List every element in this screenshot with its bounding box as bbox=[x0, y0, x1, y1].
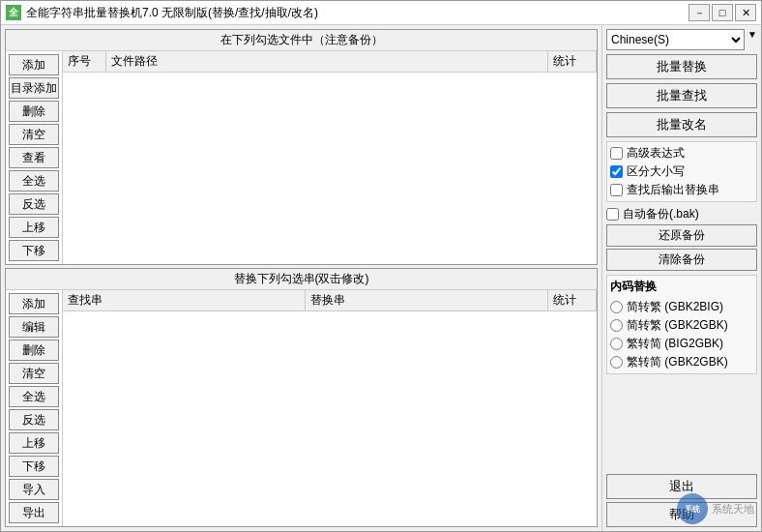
col-replace: 替换串 bbox=[306, 290, 548, 310]
backup-group: 自动备份(.bak) 还原备份 清除备份 bbox=[606, 206, 757, 271]
replace-import-button[interactable]: 导入 bbox=[9, 479, 59, 500]
advanced-regex-checkbox[interactable] bbox=[610, 147, 623, 160]
dropdown-icon: ▼ bbox=[747, 29, 757, 50]
file-section-label: 在下列勾选文件中（注意备份） bbox=[6, 30, 597, 51]
replace-export-button[interactable]: 导出 bbox=[9, 502, 59, 523]
replace-delete-button[interactable]: 删除 bbox=[9, 340, 59, 361]
options-group: 高级表达式 区分大小写 查找后输出替换串 bbox=[606, 141, 757, 202]
file-invert-button[interactable]: 反选 bbox=[9, 193, 59, 215]
batch-find-button[interactable]: 批量查找 bbox=[606, 83, 757, 108]
encode-s2t-big-radio[interactable] bbox=[610, 301, 623, 313]
replace-clear-button[interactable]: 清空 bbox=[9, 363, 59, 384]
col-find: 查找串 bbox=[63, 290, 306, 310]
advanced-regex-label: 高级表达式 bbox=[627, 145, 685, 162]
replace-move-up-button[interactable]: 上移 bbox=[9, 432, 59, 454]
replace-select-all-button[interactable]: 全选 bbox=[9, 386, 59, 407]
encode-s2t-gbk-label: 简转繁 (GBK2GBK) bbox=[627, 317, 728, 334]
col-stat: 统计 bbox=[548, 51, 597, 72]
encode-t2s-gbk-radio[interactable] bbox=[610, 356, 623, 369]
file-table: 序号 文件路径 统计 bbox=[62, 51, 597, 264]
batch-rename-button[interactable]: 批量改名 bbox=[606, 112, 757, 137]
encode-s2t-gbk-radio[interactable] bbox=[610, 319, 623, 332]
file-clear-button[interactable]: 清空 bbox=[9, 124, 59, 145]
encode-t2s-big-radio[interactable] bbox=[610, 338, 623, 350]
encode-s2t-big-label: 简转繁 (GBK2BIG) bbox=[627, 299, 723, 315]
replace-side-buttons: 添加 编辑 删除 清空 全选 反选 上移 下移 导入 导出 bbox=[6, 290, 62, 526]
close-button[interactable]: ✕ bbox=[735, 4, 756, 21]
replace-edit-button[interactable]: 编辑 bbox=[9, 316, 59, 338]
col-no: 序号 bbox=[63, 51, 106, 72]
restore-backup-button[interactable]: 还原备份 bbox=[606, 224, 757, 247]
file-delete-button[interactable]: 删除 bbox=[9, 101, 59, 122]
encode-t2s-gbk-label: 繁转简 (GBK2GBK) bbox=[627, 354, 728, 370]
file-select-all-button[interactable]: 全选 bbox=[9, 170, 59, 192]
output-after-find-label: 查找后输出替换串 bbox=[627, 182, 719, 198]
language-select[interactable]: Chinese(S) Chinese(T) English Japanese bbox=[606, 29, 745, 50]
window-title: 全能字符串批量替换机7.0 无限制版(替换/查找/抽取/改名) bbox=[26, 5, 318, 21]
language-row: Chinese(S) Chinese(T) English Japanese ▼ bbox=[606, 29, 757, 50]
watermark-text: 系统天地 bbox=[712, 502, 754, 517]
app-icon: 全 bbox=[6, 5, 21, 20]
file-add-button[interactable]: 添加 bbox=[9, 54, 59, 75]
col-replace-stat: 统计 bbox=[548, 290, 597, 310]
replace-section-label: 替换下列勾选串(双击修改) bbox=[6, 269, 597, 290]
case-sensitive-label: 区分大小写 bbox=[627, 163, 685, 180]
auto-backup-label: 自动备份(.bak) bbox=[623, 206, 699, 222]
col-path: 文件路径 bbox=[106, 51, 548, 72]
replace-table-body[interactable] bbox=[63, 311, 597, 526]
file-add-dir-button[interactable]: 目录添加 bbox=[9, 77, 59, 99]
maximize-button[interactable]: □ bbox=[712, 4, 733, 21]
case-sensitive-checkbox[interactable] bbox=[610, 165, 623, 178]
replace-move-down-button[interactable]: 下移 bbox=[9, 456, 59, 477]
encode-t2s-big-label: 繁转简 (BIG2GBK) bbox=[627, 336, 723, 352]
file-view-button[interactable]: 查看 bbox=[9, 147, 59, 168]
file-move-up-button[interactable]: 上移 bbox=[9, 217, 59, 238]
auto-backup-checkbox[interactable] bbox=[606, 208, 619, 221]
file-side-buttons: 添加 目录添加 删除 清空 查看 全选 反选 上移 下移 bbox=[6, 51, 62, 264]
encode-label: 内码替换 bbox=[610, 279, 753, 295]
clear-backup-button[interactable]: 清除备份 bbox=[606, 249, 757, 271]
batch-replace-button[interactable]: 批量替换 bbox=[606, 54, 757, 79]
file-table-body[interactable] bbox=[63, 73, 597, 264]
window-controls: － □ ✕ bbox=[689, 4, 756, 21]
minimize-button[interactable]: － bbox=[689, 4, 710, 21]
replace-add-button[interactable]: 添加 bbox=[9, 293, 59, 314]
replace-table: 查找串 替换串 统计 bbox=[62, 290, 597, 526]
output-after-find-checkbox[interactable] bbox=[610, 184, 623, 196]
encode-group: 内码替换 简转繁 (GBK2BIG) 简转繁 (GBK2GBK) 繁转简 (BI… bbox=[606, 275, 757, 374]
replace-invert-button[interactable]: 反选 bbox=[9, 409, 59, 430]
file-move-down-button[interactable]: 下移 bbox=[9, 240, 59, 261]
title-bar: 全 全能字符串批量替换机7.0 无限制版(替换/查找/抽取/改名) － □ ✕ bbox=[1, 1, 761, 25]
